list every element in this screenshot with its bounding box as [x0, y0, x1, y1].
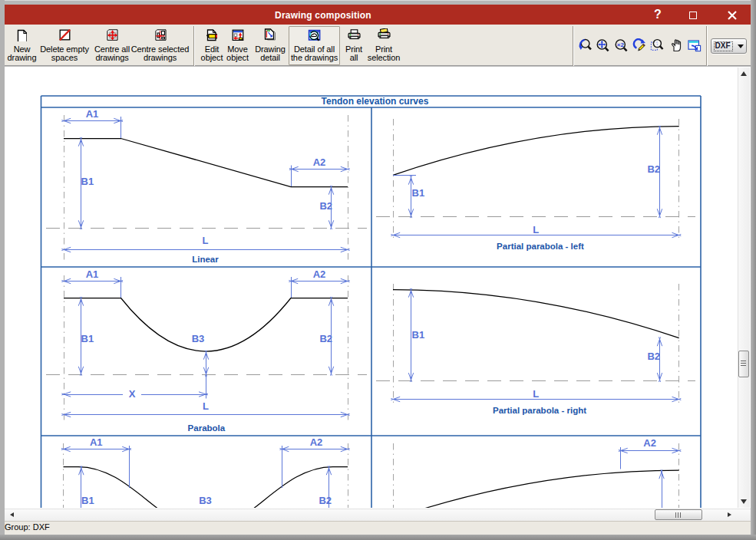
svg-text:B2: B2	[319, 333, 332, 344]
svg-text:A2: A2	[310, 436, 323, 448]
svg-text:Tendon elevation curves: Tendon elevation curves	[322, 96, 429, 107]
svg-text:B1: B1	[81, 495, 94, 506]
svg-text:A2: A2	[313, 156, 326, 168]
svg-text:B2: B2	[647, 351, 660, 362]
svg-text:L: L	[203, 400, 209, 412]
svg-text:X: X	[129, 388, 136, 400]
svg-text:A1: A1	[90, 436, 103, 448]
svg-text:×2: ×2	[616, 41, 624, 48]
svg-text:L: L	[203, 235, 209, 246]
svg-text:Partial parabola - left: Partial parabola - left	[497, 242, 584, 251]
svg-text:A2: A2	[313, 268, 326, 280]
svg-text:B3: B3	[192, 333, 205, 344]
svg-text:B1: B1	[412, 187, 425, 199]
svg-text:Parabola: Parabola	[188, 423, 226, 433]
svg-text:B1: B1	[412, 329, 425, 341]
svg-text:B1: B1	[81, 333, 94, 344]
svg-text:Linear: Linear	[192, 255, 219, 264]
svg-text:B3: B3	[199, 495, 212, 506]
svg-text:B2: B2	[319, 495, 332, 506]
svg-text:Partial parabola - right: Partial parabola - right	[493, 406, 586, 415]
svg-text:L: L	[533, 388, 539, 400]
svg-text:B2: B2	[647, 163, 660, 175]
svg-text:A2: A2	[643, 437, 656, 449]
svg-text:B1: B1	[81, 176, 94, 187]
svg-text:B2: B2	[319, 200, 332, 212]
svg-text:L: L	[533, 224, 539, 235]
svg-text:A1: A1	[86, 108, 99, 120]
svg-text:A1: A1	[86, 268, 99, 280]
